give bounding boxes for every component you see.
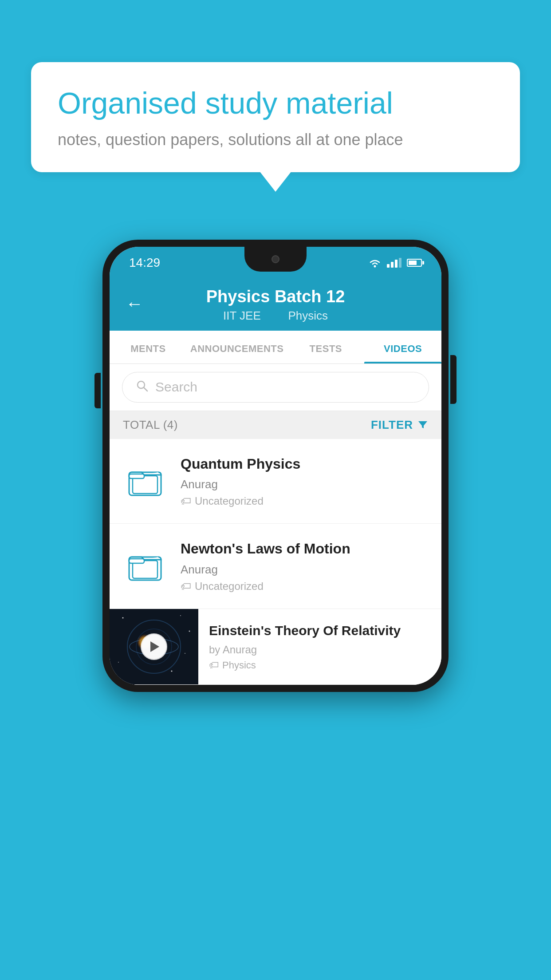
tab-tests[interactable]: TESTS <box>287 331 364 364</box>
search-icon <box>136 379 148 395</box>
tag-label-1: Uncategorized <box>195 495 264 507</box>
speech-bubble-section: Organised study material notes, question… <box>31 62 520 172</box>
video-tag-1: 🏷 Uncategorized <box>181 495 428 507</box>
phone-notch <box>244 247 307 272</box>
svg-rect-5 <box>129 474 144 478</box>
svg-line-2 <box>144 387 147 391</box>
total-count: TOTAL (4) <box>123 418 178 432</box>
app-title: Physics Batch 12 <box>127 287 424 307</box>
video-author-2: Anurag <box>181 563 428 577</box>
play-icon <box>150 641 159 652</box>
back-button[interactable]: ← <box>126 294 143 314</box>
video-author-3: by Anurag <box>209 644 431 656</box>
video-info-2: Newton's Laws of Motion Anurag 🏷 Uncateg… <box>181 540 428 593</box>
tag-icon-1: 🏷 <box>181 495 191 507</box>
svg-point-17 <box>118 662 119 663</box>
speech-bubble-heading: Organised study material <box>58 85 493 122</box>
filter-button[interactable]: FILTER <box>371 418 428 432</box>
signal-icon <box>387 258 401 268</box>
svg-point-18 <box>171 670 173 672</box>
tab-announcements[interactable]: ANNOUNCEMENTS <box>187 331 287 364</box>
subtitle-part1: IIT JEE <box>223 309 261 322</box>
battery-fill <box>409 261 417 265</box>
video-author-1: Anurag <box>181 478 428 491</box>
svg-point-0 <box>374 265 376 268</box>
svg-point-15 <box>180 615 181 616</box>
video-tag-2: 🏷 Uncategorized <box>181 580 428 593</box>
svg-point-16 <box>189 630 190 632</box>
list-item[interactable]: Newton's Laws of Motion Anurag 🏷 Uncateg… <box>110 524 441 609</box>
camera-dot <box>272 255 279 263</box>
filter-funnel-icon <box>417 419 428 430</box>
svg-point-14 <box>122 617 124 618</box>
list-item[interactable]: Quantum Physics Anurag 🏷 Uncategorized <box>110 439 441 524</box>
video-tag-3: 🏷 Physics <box>209 660 431 671</box>
svg-rect-8 <box>129 559 144 563</box>
tab-ments[interactable]: MENTS <box>110 331 187 364</box>
app-header: ← Physics Batch 12 IIT JEE Physics <box>110 277 441 331</box>
status-icons <box>368 258 422 268</box>
folder-icon <box>127 463 163 499</box>
tag-label-2: Uncategorized <box>195 580 264 593</box>
tag-label-3: Physics <box>222 660 256 671</box>
battery-icon <box>407 259 422 267</box>
video-list: Quantum Physics Anurag 🏷 Uncategorized <box>110 439 441 685</box>
tag-icon-2: 🏷 <box>181 580 191 593</box>
tag-icon-3: 🏷 <box>209 660 219 671</box>
tab-bar: MENTS ANNOUNCEMENTS TESTS VIDEOS <box>110 331 441 364</box>
phone-outer-frame: 14:29 <box>102 240 449 692</box>
video-title-2: Newton's Laws of Motion <box>181 540 428 558</box>
subtitle-part2: Physics <box>288 309 328 322</box>
search-bar-container: Search <box>110 364 441 411</box>
speech-bubble-card: Organised study material notes, question… <box>31 62 520 172</box>
folder-thumb-1 <box>123 463 167 499</box>
video-title-3: Einstein's Theory Of Relativity <box>209 622 431 639</box>
phone-mockup: 14:29 <box>102 240 449 692</box>
video-info-1: Quantum Physics Anurag 🏷 Uncategorized <box>181 455 428 508</box>
video-title-1: Quantum Physics <box>181 455 428 474</box>
wifi-icon <box>368 258 382 268</box>
video-info-3: Einstein's Theory Of Relativity by Anura… <box>198 611 441 682</box>
search-placeholder: Search <box>155 379 197 395</box>
app-subtitle: IIT JEE Physics <box>127 309 424 323</box>
svg-point-19 <box>185 653 185 654</box>
video-thumbnail-3 <box>110 609 198 684</box>
phone-screen: 14:29 <box>110 247 441 685</box>
filter-label: FILTER <box>371 418 413 432</box>
tab-videos[interactable]: VIDEOS <box>364 331 441 364</box>
status-time: 14:29 <box>129 256 160 270</box>
folder-thumb-2 <box>123 548 167 584</box>
search-input-wrapper[interactable]: Search <box>122 372 429 403</box>
list-item[interactable]: Einstein's Theory Of Relativity by Anura… <box>110 609 441 685</box>
speech-bubble-subtext: notes, question papers, solutions all at… <box>58 130 493 149</box>
folder-icon <box>127 548 163 584</box>
filter-bar: TOTAL (4) FILTER <box>110 411 441 439</box>
subtitle-separator <box>273 309 279 322</box>
